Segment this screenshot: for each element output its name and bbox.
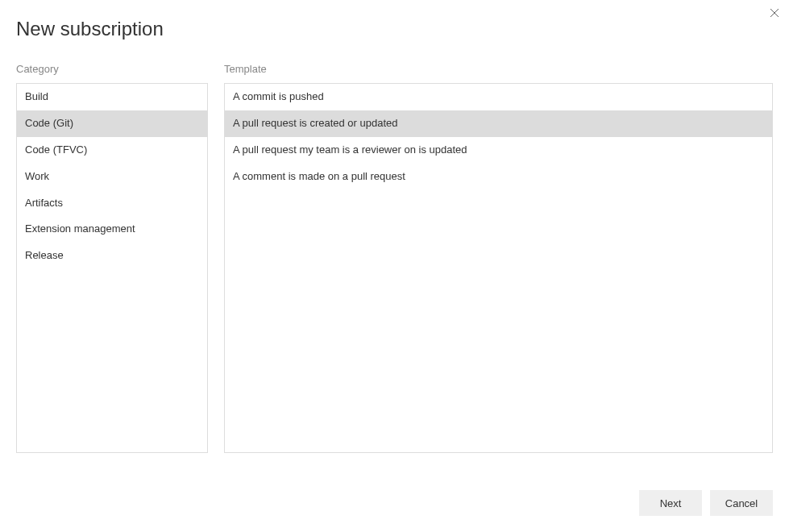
category-item[interactable]: Release — [17, 243, 207, 269]
next-button[interactable]: Next — [639, 490, 702, 516]
category-item[interactable]: Work — [17, 164, 207, 190]
template-label: Template — [224, 63, 773, 75]
cancel-button[interactable]: Cancel — [710, 490, 773, 516]
category-label: Category — [16, 63, 208, 75]
category-item[interactable]: Code (Git) — [17, 110, 207, 137]
category-item[interactable]: Code (TFVC) — [17, 137, 207, 164]
template-item[interactable]: A commit is pushed — [225, 84, 772, 110]
template-item[interactable]: A pull request my team is a reviewer on … — [225, 137, 772, 164]
template-item[interactable]: A comment is made on a pull request — [225, 164, 772, 190]
dialog-title: New subscription — [16, 18, 773, 40]
category-item[interactable]: Artifacts — [17, 190, 207, 217]
category-item[interactable]: Extension management — [17, 216, 207, 243]
template-list[interactable]: A commit is pushedA pull request is crea… — [224, 83, 773, 453]
template-item[interactable]: A pull request is created or updated — [225, 110, 772, 137]
category-list[interactable]: BuildCode (Git)Code (TFVC)WorkArtifactsE… — [16, 83, 208, 453]
close-icon — [770, 8, 779, 18]
close-button[interactable] — [766, 5, 783, 21]
category-item[interactable]: Build — [17, 84, 207, 110]
